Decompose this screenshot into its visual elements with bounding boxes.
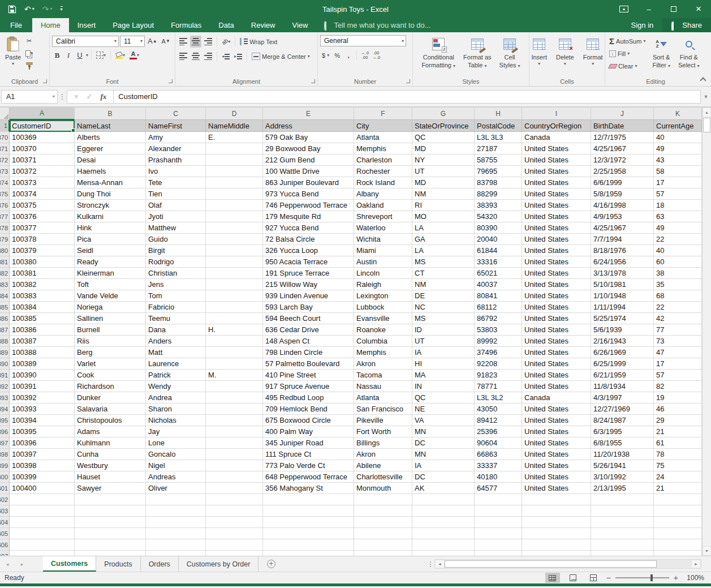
cell-C397[interactable]: Lone bbox=[146, 437, 206, 449]
cell-C383[interactable]: Jens bbox=[146, 279, 206, 290]
cell-F401[interactable]: Monmouth bbox=[354, 483, 412, 494]
cell-J378[interactable]: 4/25/1967 bbox=[591, 222, 654, 234]
cell-I400[interactable]: United States bbox=[522, 471, 591, 483]
cell-G403[interactable] bbox=[412, 505, 475, 517]
cut-button[interactable]: ✂ bbox=[24, 35, 35, 47]
cell-D405[interactable] bbox=[206, 528, 263, 539]
cell-I393[interactable]: Canada bbox=[522, 392, 591, 404]
cell-J393[interactable]: 4/3/1997 bbox=[591, 392, 654, 404]
row-header-395[interactable]: 395 bbox=[0, 415, 10, 426]
cell-H400[interactable]: 40180 bbox=[475, 471, 522, 483]
cell-J400[interactable]: 3/10/1992 bbox=[591, 471, 654, 483]
cell-K372[interactable]: 43 bbox=[654, 154, 702, 166]
cell-E382[interactable]: 191 Spruce Terrace bbox=[263, 268, 354, 279]
cell-B371[interactable]: Eggerer bbox=[75, 143, 146, 154]
paste-button[interactable]: Paste ▾ bbox=[2, 34, 24, 76]
cell-J396[interactable]: 6/3/1995 bbox=[591, 426, 654, 437]
cell-I397[interactable]: United States bbox=[522, 437, 591, 449]
row-header-403[interactable]: 403 bbox=[0, 505, 10, 517]
cell-K383[interactable]: 35 bbox=[654, 279, 702, 290]
cell-I381[interactable]: United States bbox=[522, 256, 591, 268]
cell-I378[interactable]: United States bbox=[522, 222, 591, 234]
cell-C384[interactable]: Tom bbox=[146, 290, 206, 302]
cell-G395[interactable]: VA bbox=[412, 415, 475, 426]
zoom-in-button[interactable]: + bbox=[674, 573, 678, 582]
cell-F391[interactable]: Tacoma bbox=[354, 370, 412, 381]
cell-D391[interactable]: M. bbox=[206, 370, 263, 381]
cell-I377[interactable]: United States bbox=[522, 211, 591, 222]
row-header-406[interactable]: 406 bbox=[0, 539, 10, 551]
cell-A398[interactable]: 100397 bbox=[10, 449, 75, 460]
cell-I391[interactable]: United States bbox=[522, 370, 591, 381]
cell-C1[interactable]: NameFirst bbox=[146, 120, 206, 132]
cell-G400[interactable]: DC bbox=[412, 471, 475, 483]
cell-F407[interactable] bbox=[354, 551, 412, 556]
cell-J1[interactable]: BirthDate bbox=[591, 120, 654, 132]
cell-D386[interactable] bbox=[206, 313, 263, 324]
cell-A391[interactable]: 100390 bbox=[10, 370, 75, 381]
cell-D394[interactable] bbox=[206, 404, 263, 415]
cell-G391[interactable]: MA bbox=[412, 370, 475, 381]
cell-J403[interactable] bbox=[591, 505, 654, 517]
cell-H394[interactable]: 43050 bbox=[475, 404, 522, 415]
cell-B394[interactable]: Salavaria bbox=[75, 404, 146, 415]
cell-B387[interactable]: Burnell bbox=[75, 324, 146, 336]
cell-J373[interactable]: 2/25/1958 bbox=[591, 166, 654, 177]
cell-H1[interactable]: PostalCode bbox=[475, 120, 522, 132]
cell-A405[interactable] bbox=[10, 528, 75, 539]
cell-B386[interactable]: Sallinen bbox=[75, 313, 146, 324]
cell-B405[interactable] bbox=[75, 528, 146, 539]
cell-B381[interactable]: Ready bbox=[75, 256, 146, 268]
cell-K403[interactable] bbox=[654, 505, 702, 517]
cell-E370[interactable]: 579 Oak Bay bbox=[263, 132, 354, 143]
next-sheet-button[interactable]: ▸ bbox=[15, 556, 29, 572]
format-as-table-button[interactable]: Format as Table ▾ bbox=[460, 34, 494, 76]
cell-G376[interactable]: RI bbox=[412, 200, 475, 211]
cell-C406[interactable] bbox=[146, 539, 206, 551]
cell-D398[interactable] bbox=[206, 449, 263, 460]
borders-button[interactable]: ▾ bbox=[94, 49, 107, 61]
cell-A395[interactable]: 100394 bbox=[10, 415, 75, 426]
row-header-384[interactable]: 384 bbox=[0, 290, 10, 302]
cell-G390[interactable]: HI bbox=[412, 358, 475, 370]
cell-E385[interactable]: 593 Larch Bay bbox=[263, 302, 354, 313]
row-header-387[interactable]: 387 bbox=[0, 324, 10, 336]
cell-E376[interactable]: 746 Pepperwood Terrace bbox=[263, 200, 354, 211]
cell-I404[interactable] bbox=[522, 517, 591, 528]
cell-J382[interactable]: 3/13/1978 bbox=[591, 268, 654, 279]
cell-H406[interactable] bbox=[475, 539, 522, 551]
cell-G385[interactable]: NC bbox=[412, 302, 475, 313]
cell-E380[interactable]: 326 Yucca Loop bbox=[263, 245, 354, 256]
row-header-381[interactable]: 381 bbox=[0, 256, 10, 268]
cell-H379[interactable]: 20040 bbox=[475, 234, 522, 245]
cell-I372[interactable]: United States bbox=[522, 154, 591, 166]
cell-E396[interactable]: 400 Palm Way bbox=[263, 426, 354, 437]
cell-C398[interactable]: Goncalo bbox=[146, 449, 206, 460]
row-header-396[interactable]: 396 bbox=[0, 426, 10, 437]
cell-G379[interactable]: GA bbox=[412, 234, 475, 245]
cell-D401[interactable] bbox=[206, 483, 263, 494]
cell-K397[interactable]: 61 bbox=[654, 437, 702, 449]
share-button[interactable]: Share bbox=[662, 18, 711, 32]
cell-K378[interactable]: 49 bbox=[654, 222, 702, 234]
tell-me-box[interactable]: Tell me what you want to do... bbox=[316, 18, 438, 32]
cell-F395[interactable]: Pikeville bbox=[354, 415, 412, 426]
cell-H399[interactable]: 33337 bbox=[475, 460, 522, 471]
horizontal-scroll-thumb[interactable] bbox=[445, 560, 657, 568]
cell-J381[interactable]: 6/24/1956 bbox=[591, 256, 654, 268]
format-painter-button[interactable] bbox=[24, 60, 35, 72]
cell-I402[interactable] bbox=[522, 494, 591, 505]
vertical-scrollbar[interactable]: ▲ ▼ bbox=[702, 108, 711, 556]
cell-G373[interactable]: UT bbox=[412, 166, 475, 177]
cell-G398[interactable]: MN bbox=[412, 449, 475, 460]
cell-F406[interactable] bbox=[354, 539, 412, 551]
cell-G406[interactable] bbox=[412, 539, 475, 551]
cell-B407[interactable] bbox=[75, 551, 146, 556]
cell-I388[interactable]: United States bbox=[522, 336, 591, 347]
cell-K390[interactable]: 17 bbox=[654, 358, 702, 370]
cell-D399[interactable] bbox=[206, 460, 263, 471]
cell-B406[interactable] bbox=[75, 539, 146, 551]
cell-B376[interactable]: Stronczyk bbox=[75, 200, 146, 211]
cell-G389[interactable]: IA bbox=[412, 347, 475, 358]
cell-E384[interactable]: 939 Linden Avenue bbox=[263, 290, 354, 302]
